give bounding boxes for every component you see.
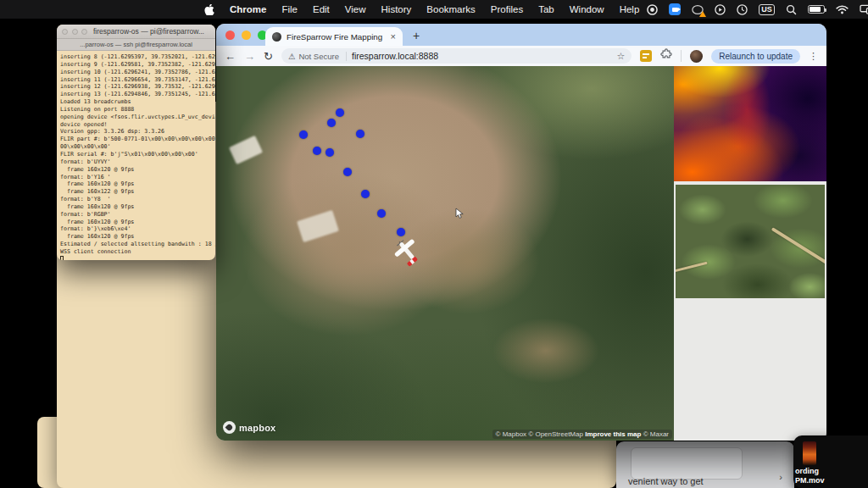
new-tab-button[interactable]: + <box>413 29 420 42</box>
rgb-camera-feed <box>676 185 825 298</box>
breadcrumb-dot[interactable] <box>326 148 334 157</box>
display-icon[interactable] <box>860 4 868 14</box>
toolbar-divider <box>681 50 682 62</box>
menu-item-view[interactable]: View <box>337 4 374 14</box>
minimize-window-button[interactable] <box>242 30 251 40</box>
terminal-output: inserting 8 (-121.6295397, 39.7352021, -… <box>57 51 215 260</box>
background-dialog-window: venient way to get › <box>616 441 794 488</box>
breadcrumb-dot[interactable] <box>377 209 386 218</box>
notification-filename: PM.mov <box>795 476 825 485</box>
breadcrumb-dot[interactable] <box>327 119 336 127</box>
terminal-tab-title: ...parrow-os — ssh pi@firesparrow.local <box>80 41 192 48</box>
tab-favicon-globe-icon <box>272 32 281 42</box>
breadcrumb-dot[interactable] <box>356 130 364 138</box>
menu-item-tab[interactable]: Tab <box>531 4 562 14</box>
notification-title: ording <box>795 467 819 475</box>
browser-traffic-lights[interactable] <box>225 30 267 40</box>
plane-marker[interactable] <box>390 236 424 269</box>
browser-tab-strip: FireSparrow Fire Mapping × + <box>216 24 826 46</box>
map-building <box>229 136 263 164</box>
security-chip[interactable]: ⚠ Not Secure <box>288 52 347 61</box>
close-window-button[interactable] <box>225 30 235 40</box>
improve-this-map-link[interactable]: Improve this map <box>585 430 641 438</box>
breadcrumb-dot[interactable] <box>343 168 352 176</box>
warning-triangle-icon: ⚠ <box>288 52 296 61</box>
device-warning-icon[interactable] <box>692 4 704 15</box>
map-building <box>297 210 339 242</box>
relaunch-to-update-button[interactable]: Relaunch to update <box>711 49 800 64</box>
browser-toolbar: ← → ↻ ⚠ Not Secure firesparrow.local:888… <box>216 46 826 66</box>
chrome-browser-window[interactable]: FireSparrow Fire Mapping × + ← → ↻ ⚠ Not… <box>216 24 826 441</box>
battery-icon[interactable] <box>808 5 825 14</box>
camera-feed-panel: Starting up... <box>674 66 826 441</box>
breadcrumb-dot[interactable] <box>336 108 344 117</box>
menu-item-edit[interactable]: Edit <box>305 4 337 14</box>
close-tab-icon[interactable]: × <box>391 31 396 42</box>
map-attribution: © Mapbox © OpenStreetMap Improve this ma… <box>492 430 672 439</box>
twig <box>771 227 825 264</box>
breadcrumb-dot[interactable] <box>299 130 308 139</box>
tab-title: FireSparrow Fire Mapping <box>287 32 386 42</box>
recording-notification[interactable]: ording PM.mov <box>793 435 868 488</box>
terminal-title-bar[interactable]: firesparrow-os — pi@firesparrow... <box>57 25 215 39</box>
mapbox-logo[interactable]: mapbox <box>223 421 275 434</box>
record-icon[interactable] <box>647 4 658 15</box>
wifi-icon[interactable] <box>836 5 849 14</box>
back-button[interactable]: ← <box>225 51 236 62</box>
input-source-indicator[interactable]: US <box>759 4 775 15</box>
dialog-inner-panel <box>631 447 743 480</box>
bookmark-star-icon[interactable]: ☆ <box>616 51 625 62</box>
terminal-tab-bar[interactable]: ...parrow-os — ssh pi@firesparrow.local <box>57 39 215 51</box>
menu-item-history[interactable]: History <box>374 4 420 14</box>
terminal-window-title: firesparrow-os — pi@firesparrow... <box>87 27 210 36</box>
page-content: mapbox © Mapbox © OpenStreetMap Improve … <box>216 66 826 441</box>
zoom-app-icon[interactable] <box>669 3 681 15</box>
profile-avatar[interactable] <box>690 50 703 63</box>
terminal-cursor <box>60 256 64 260</box>
menu-item-help[interactable]: Help <box>612 4 648 14</box>
panel-lower-area: Starting up... <box>674 302 826 441</box>
menu-item-window[interactable]: Window <box>562 4 612 14</box>
browser-tab[interactable]: FireSparrow Fire Mapping × <box>265 27 403 46</box>
clock-icon[interactable] <box>737 4 748 15</box>
breadcrumb-dot[interactable] <box>313 147 321 155</box>
menu-item-profiles[interactable]: Profiles <box>483 4 531 14</box>
chevron-right-icon[interactable]: › <box>779 472 782 482</box>
menu-item-bookmarks[interactable]: Bookmarks <box>419 4 483 14</box>
forward-button[interactable]: → <box>244 51 255 62</box>
terminal-window[interactable]: firesparrow-os — pi@firesparrow... ...pa… <box>57 25 215 260</box>
menu-item-file[interactable]: File <box>274 4 305 14</box>
play-circle-icon[interactable] <box>715 4 726 15</box>
twig <box>676 262 708 274</box>
reload-button[interactable]: ↻ <box>264 51 273 62</box>
breadcrumb-dot[interactable] <box>361 190 370 198</box>
mouse-cursor <box>455 208 465 219</box>
address-url[interactable]: firesparrow.local:8888 <box>352 51 438 61</box>
address-bar[interactable]: ⚠ Not Secure firesparrow.local:8888 ☆ <box>281 48 632 64</box>
notification-thumbnail <box>803 441 816 465</box>
extension-icon[interactable] <box>640 50 652 62</box>
search-icon[interactable] <box>786 4 797 15</box>
menu-bar: Chrome File Edit View History Bookmarks … <box>0 0 868 19</box>
apple-menu[interactable] <box>197 4 222 15</box>
browser-menu-icon[interactable]: ⋮ <box>809 51 818 62</box>
thermal-camera-feed <box>674 66 826 181</box>
extensions-puzzle-icon[interactable] <box>660 48 672 64</box>
mapbox-logo-icon <box>223 421 236 434</box>
satellite-map[interactable]: mapbox © Mapbox © OpenStreetMap Improve … <box>216 66 674 441</box>
terminal-traffic-lights[interactable] <box>62 29 87 35</box>
menu-item-chrome[interactable]: Chrome <box>222 4 274 14</box>
dialog-partial-text: venient way to get <box>628 476 704 486</box>
